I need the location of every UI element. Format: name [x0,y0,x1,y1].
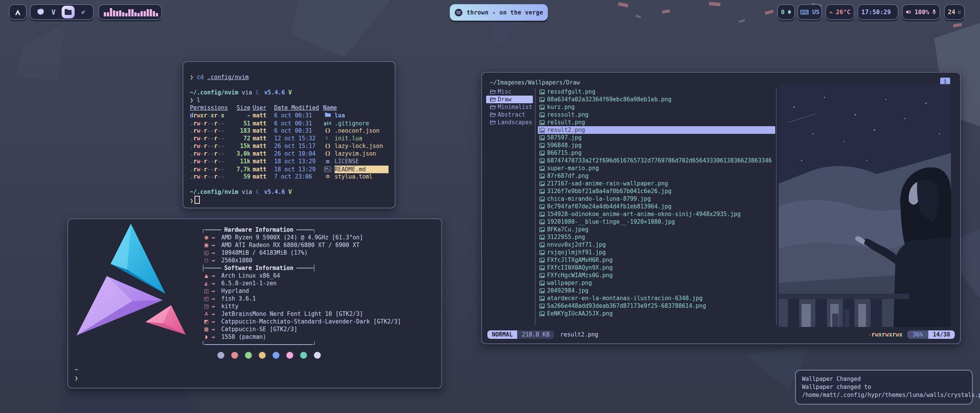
file-row[interactable]: nnvuv0xj2df71.jpg [538,241,775,249]
lua-version: v5.4.6 [264,89,285,96]
scroll-percent: 36% [907,330,928,339]
image-icon [539,197,545,202]
visualizer-bar [104,12,106,16]
workspace-files[interactable] [62,6,75,18]
file-row[interactable]: 19201080-__blue-tinge__-1920×1080.jpg [538,218,775,226]
file-row[interactable]: chica-mirando-la-luna-8799.jpg [538,195,775,203]
arrow-icon: → [211,318,221,325]
github-module[interactable]: 0 [777,4,795,20]
file-row[interactable]: FXfcJlTXgAMvH6R.png [538,256,775,264]
file-row[interactable]: 0c794faf07de24a4db4d4fb1eb813964.jpg [538,203,775,210]
file-row[interactable]: FXfcII0X0AQyn9X.png [538,264,775,272]
fetch-info-value: 10948MiB / 64183MiB (17%) [221,249,432,257]
cursor-position: 14/38 [928,330,955,339]
file-name: 8FKa7Cu.jpeg [547,226,588,233]
gpu-icon: ▣ [201,241,211,249]
file-list: ressdfgult.png08a634fa02a32364f69ebc86a9… [538,88,775,317]
workspace-neovim[interactable]: V [49,8,58,16]
fetch-info-value: 1558 (pacman) [221,333,432,341]
terminal-file-row: .rw-r--r--72matt12 oct 15:32☾init.lua [190,135,389,142]
fetch-info-value: Arch Linux x86_64 [221,272,432,280]
file-row[interactable]: 08a634fa02a32364f69ebc86a98eb1eb.png [538,96,775,103]
cpu-icon: ◉ [201,234,211,241]
keyboard-layout-module[interactable]: ⌨ US [797,4,822,20]
terminal-file-list: drwxr-xr-x-matt6 oct 00:31lua.rw-r--r--5… [190,112,389,180]
workspace-paint[interactable]: ✐ [78,8,88,16]
sidebar-dir-landscapes[interactable]: Landscapes [486,119,533,126]
visualizer-bar [150,9,152,16]
file-name: lua [335,112,389,119]
file-name: LICENSE [335,158,389,165]
workspace-firefox[interactable] [36,8,45,17]
file-row[interactable]: EeNKYgIUcAAJ5JX.png [538,310,775,317]
sidebar-dir-abstract[interactable]: Abstract [486,111,533,119]
file-row[interactable]: atardecer-en-la-montanas-ilustracion-634… [538,294,775,302]
file-name: kurz.png [547,103,575,111]
terminal-content: ❯ cd .config/nvim ~/.config/nvim via ☾ v… [183,62,395,203]
file-name: 08a634fa02a32364f69ebc86a98eb1eb.png [547,96,671,103]
file-row[interactable]: result2.png [538,126,775,134]
dir-name: Misc [498,88,511,96]
file-row[interactable]: 8FKa7Cu.jpeg [538,226,775,233]
notification-popup[interactable]: Wallpaper Changed Wallpaper changed to /… [795,370,973,405]
file-owner: matt [253,112,272,119]
terminal-window[interactable]: ❯ cd .config/nvim ~/.config/nvim via ☾ v… [183,61,395,208]
file-row[interactable]: wallpaper.png [538,279,775,287]
file-row[interactable]: 3126f7e9bbf21a8a4af0b67b041c6e26.jpg [538,187,775,195]
file-row[interactable]: re1sult.png [538,119,775,126]
fetch-info-value: 6.5.8-zen1-1-zen [221,280,432,287]
file-row[interactable]: 217167-sad-anime-rain-wallpaper.png [538,180,775,187]
fetch-info-line: ◱→10948MiB / 64183MiB (17%) [201,249,432,257]
file-row[interactable]: ressdfgult.png [538,88,775,96]
file-date: 6 oct 00:31 [274,127,321,135]
lua-icon: ☾ [256,189,261,195]
file-row[interactable]: 5a266e448add93deab367d87173e9f25-6837886… [538,302,775,310]
file-row[interactable]: rsjqojlmjhf91.jpg [538,249,775,256]
file-name: .neoconf.json [335,127,389,135]
arrow-icon: → [211,249,221,257]
folder-icon [490,97,496,102]
file-row[interactable]: 20492984.jpg [538,287,775,294]
file-date: 18 oct 13:29 [274,166,321,173]
file-row[interactable]: 3122955.png [538,233,775,241]
file-date: 6 oct 00:31 [274,120,321,127]
file-row[interactable]: kurz.png [538,103,775,111]
file-row[interactable]: resssult.png [538,111,775,119]
file-row[interactable]: 587597.jpg [538,134,775,141]
clock-module[interactable]: 17:50:29 [858,4,898,20]
fetch-info-line: ◉→AMD Ryzen 9 5900X (24) @ 4.9GHz [61.3°… [201,234,432,241]
image-icon [539,204,545,209]
launcher-button[interactable] [9,4,27,20]
weather-module[interactable]: 26°C [825,4,854,20]
fetch-window[interactable]: ┌ Hardware Information ┐ ◉→AMD Ryzen 9 5… [67,218,442,389]
file-owner: matt [253,173,272,180]
fetch-info-value: 980x413 [221,257,432,264]
file-row[interactable]: 866715.png [538,149,775,157]
file-permissions: .rw-r--r-- [190,120,228,127]
media-player-pill[interactable]: thrown - on the verge [450,4,548,21]
notifications-module[interactable]: 24 [944,4,965,20]
sidebar-dir-minimalist[interactable]: Minimalist [486,103,533,111]
audio-module[interactable]: 100% [902,4,940,20]
mode-badge: NORMAL [487,330,517,339]
fetch-info-value: Catppuccin-SE [GTK2/3] [221,325,432,333]
file-row[interactable]: FXfcHgcWIAMzs0G.png [538,272,775,279]
image-icon [539,112,545,117]
visualizer-bar [156,13,158,16]
crystals-logo [71,221,198,347]
file-row[interactable]: 68747470733a2f2f696d616765732d7769786d70… [538,157,775,164]
file-name: 19201080-__blue-tinge__-1920×1080.jpg [547,218,675,226]
file-size: 51 [230,120,250,127]
file-row[interactable]: 596848.jpg [538,141,775,149]
file-row[interactable]: 154928-odinokoe_anime-art-anime-okno-sin… [538,210,775,218]
terminal-file-row: .rw-r--r--51matt6 oct 00:31git.gitignore [190,119,389,127]
file-name: super-mario.png [547,164,599,172]
file-manager-window[interactable]: ~/Imagenes/Wallpapers/Draw 1 MiscDrawMin… [481,72,961,344]
fetch-info-line: ▲→Arch Linux x86_64 [201,272,432,280]
file-row[interactable]: 87r687df.png [538,172,775,180]
image-preview [779,84,951,327]
file-date: 12 oct 15:32 [274,135,321,142]
file-row[interactable]: super-mario.png [538,164,775,172]
sidebar-dir-draw[interactable]: Draw [486,96,533,103]
sidebar-dir-misc[interactable]: Misc [486,88,533,96]
